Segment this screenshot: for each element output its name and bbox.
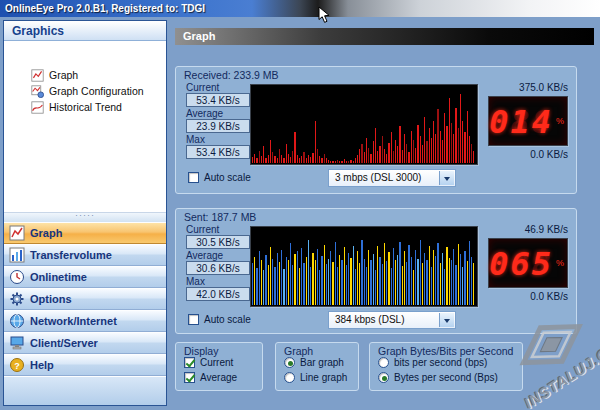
graph-bar xyxy=(464,132,465,163)
sidebar-item-network-internet[interactable]: Network/Internet xyxy=(4,310,166,332)
received-max-value: 53.4 KB/s xyxy=(186,145,250,159)
bytes-per-second-radio[interactable]: Bytes per second (Bps) xyxy=(378,372,498,383)
graph-bar xyxy=(431,267,432,306)
graph-bar xyxy=(283,158,284,163)
graph-bar xyxy=(355,269,356,305)
tree-item-label: Graph xyxy=(49,69,78,81)
graph-bar xyxy=(274,156,275,163)
graph-bar xyxy=(395,260,396,305)
combo-dropdown-button[interactable] xyxy=(439,313,454,327)
graph-bar xyxy=(393,151,394,163)
graph-bar xyxy=(353,161,354,163)
graph-bar xyxy=(370,154,371,163)
graph-bar xyxy=(283,269,284,305)
sidebar-gripper[interactable]: ····· xyxy=(4,213,166,222)
sent-bandwidth-select[interactable]: 384 kbps (DSL) xyxy=(328,311,456,329)
selected-bandwidth: 3 mbps (DSL 3000) xyxy=(335,172,421,183)
graph-bar xyxy=(330,251,331,305)
checkbox-label: Auto scale xyxy=(204,314,251,325)
received-average-label: Average xyxy=(186,108,223,119)
display-current-checkbox[interactable]: Current xyxy=(184,357,233,368)
radio-button[interactable] xyxy=(378,357,389,368)
sidebar-item-graph[interactable]: Graph xyxy=(4,222,166,244)
graph-bar xyxy=(252,157,253,163)
line-graph-radio[interactable]: Line graph xyxy=(284,372,347,383)
window-titlebar[interactable]: OnlineEye Pro 2.0.B1, Registered to: TDG… xyxy=(0,0,600,17)
graph-bar xyxy=(254,154,255,163)
received-max-label: Max xyxy=(186,134,205,145)
graph-bar xyxy=(288,154,289,163)
graph-bar xyxy=(433,250,434,305)
tree-item-historical-trend[interactable]: Historical Trend xyxy=(4,99,166,115)
display-average-checkbox[interactable]: Average xyxy=(184,372,237,383)
checkbox-box[interactable] xyxy=(188,314,199,325)
graph-bar xyxy=(261,156,262,163)
sidebar-item-help[interactable]: ? Help xyxy=(4,354,166,376)
graph-bar xyxy=(370,260,371,305)
radio-button[interactable] xyxy=(284,357,295,368)
graph-bar xyxy=(446,126,447,163)
received-auto-scale-checkbox[interactable]: Auto scale xyxy=(188,172,251,183)
bits-per-second-radio[interactable]: bits per second (bps) xyxy=(378,357,487,368)
graph-bar xyxy=(335,161,336,163)
sent-led-value: 065 xyxy=(489,244,553,284)
graph-bar xyxy=(399,126,400,163)
window-body: Graphics Graph Graph Configuration Histo… xyxy=(0,17,600,410)
graph-bar xyxy=(254,257,255,305)
checkbox-label: Auto scale xyxy=(204,172,251,183)
tree-item-graph-configuration[interactable]: Graph Configuration xyxy=(4,83,166,99)
graph-bar xyxy=(265,158,266,163)
graph-bar xyxy=(473,263,474,305)
graph-bar xyxy=(252,263,253,305)
graph-bar xyxy=(346,161,347,163)
graph-bar xyxy=(388,143,389,163)
graph-bar xyxy=(375,128,376,163)
radio-button[interactable] xyxy=(284,372,295,383)
graph-bar xyxy=(290,243,291,305)
checkbox-box[interactable] xyxy=(184,357,195,368)
tree-item-graph[interactable]: Graph xyxy=(4,67,166,83)
received-current-label: Current xyxy=(186,82,219,93)
graph-bar xyxy=(437,109,438,163)
graph-bar xyxy=(344,159,345,163)
graph-bar xyxy=(420,240,421,305)
graph-bar xyxy=(391,132,392,163)
graph-bar xyxy=(294,254,295,305)
graph-bar xyxy=(308,155,309,163)
checkbox-box[interactable] xyxy=(184,372,195,383)
graph-bar xyxy=(462,267,463,305)
graph-bar xyxy=(303,152,304,163)
graph-bar xyxy=(429,128,430,163)
graph-bar xyxy=(420,136,421,163)
graph-bar xyxy=(263,270,264,305)
graph-bar xyxy=(442,140,443,163)
sidebar-item-client-server[interactable]: Client/Server xyxy=(4,332,166,354)
graph-bar xyxy=(406,144,407,163)
sent-average-value: 30.6 KB/s xyxy=(186,261,250,275)
graph-bar xyxy=(435,134,436,163)
graph-bar xyxy=(324,245,325,305)
bar-graph-radio[interactable]: Bar graph xyxy=(284,357,344,368)
graph-bar xyxy=(379,146,380,163)
combo-dropdown-button[interactable] xyxy=(439,171,454,185)
app-window: OnlineEye Pro 2.0.B1, Registered to: TDG… xyxy=(0,0,600,410)
checkbox-box[interactable] xyxy=(188,172,199,183)
sidebar-item-options[interactable]: Options xyxy=(4,288,166,310)
sidebar-item-onlinetime[interactable]: Onlinetime xyxy=(4,266,166,288)
received-average-value: 23.9 KB/s xyxy=(186,119,250,133)
graph-bar xyxy=(366,267,367,306)
graph-bar xyxy=(312,153,313,163)
nav-label: Network/Internet xyxy=(30,315,117,327)
graph-bar xyxy=(277,253,278,305)
graph-bar xyxy=(297,251,298,305)
radio-button[interactable] xyxy=(378,372,389,383)
clock-icon xyxy=(9,269,25,285)
sidebar-item-transfervolume[interactable]: Transfervolume xyxy=(4,244,166,266)
graph-type-group-title: Graph xyxy=(284,345,313,357)
sent-auto-scale-checkbox[interactable]: Auto scale xyxy=(188,314,251,325)
graph-bar xyxy=(265,255,266,305)
graph-bar xyxy=(268,265,269,305)
graph-bar xyxy=(355,158,356,163)
received-bandwidth-select[interactable]: 3 mbps (DSL 3000) xyxy=(328,169,456,187)
graph-bar xyxy=(328,259,329,305)
